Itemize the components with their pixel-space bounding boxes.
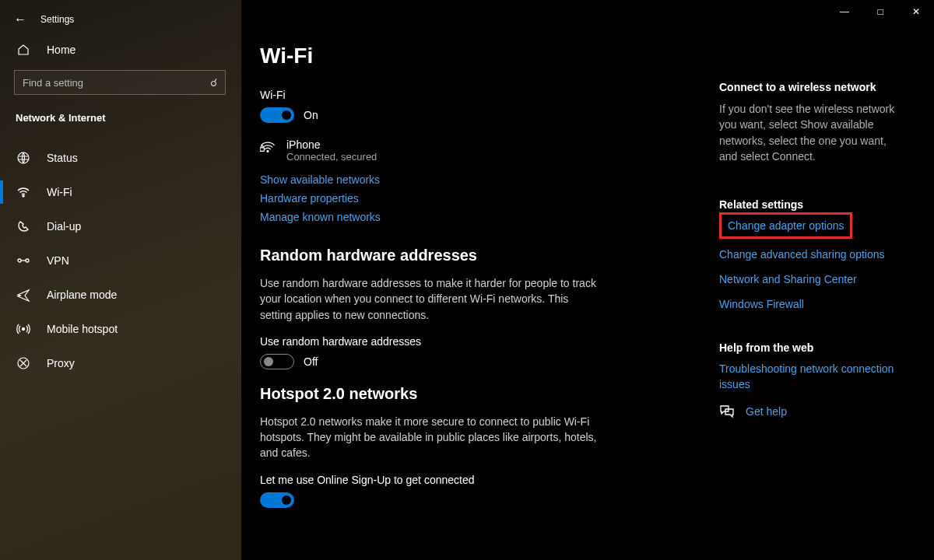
- sidebar-item-status[interactable]: Status: [0, 141, 227, 175]
- vpn-icon: [16, 255, 31, 266]
- sidebar-item-label: Wi-Fi: [47, 186, 72, 198]
- wifi-toggle[interactable]: [260, 107, 294, 123]
- connection-status: Connected, secured: [286, 151, 377, 163]
- titlebar: ← Settings: [14, 8, 227, 26]
- wifi-toggle-text: On: [304, 109, 318, 121]
- sidebar-item-label: Dial-up: [47, 220, 81, 233]
- sidebar-item-wifi[interactable]: Wi-Fi: [0, 175, 227, 209]
- network-sharing-center-link[interactable]: Network and Sharing Center: [719, 273, 903, 285]
- search-box[interactable]: ☌: [14, 70, 226, 95]
- connect-help-title: Connect to a wireless network: [719, 81, 903, 93]
- sidebar-item-label: VPN: [47, 254, 69, 267]
- maximize-button[interactable]: □: [862, 0, 898, 23]
- sidebar-item-label: Mobile hotspot: [47, 323, 118, 335]
- connection-row[interactable]: iPhone Connected, secured: [260, 138, 704, 163]
- help-web-title: Help from the web: [719, 341, 903, 354]
- close-button[interactable]: ✕: [898, 0, 934, 23]
- get-help-row[interactable]: Get help: [719, 404, 903, 418]
- chat-icon: [719, 404, 735, 418]
- wifi-icon: [16, 185, 31, 199]
- hotspot-toggle[interactable]: [260, 492, 294, 508]
- proxy-icon: [16, 356, 31, 370]
- get-help-link[interactable]: Get help: [746, 405, 787, 418]
- hotspot-toggle-label: Let me use Online Sign-Up to get connect…: [260, 474, 704, 486]
- hotspot-body: Hotspot 2.0 networks make it more secure…: [260, 414, 602, 461]
- svg-point-0: [18, 152, 29, 163]
- svg-point-2: [18, 259, 21, 262]
- minimize-button[interactable]: ―: [827, 0, 862, 23]
- content-column: Wi-Fi Wi-Fi On iPhone Connected, secured…: [260, 12, 704, 560]
- random-hw-heading: Random hardware addresses: [260, 247, 704, 264]
- hardware-properties-link[interactable]: Hardware properties: [260, 192, 704, 205]
- sidebar-item-airplane[interactable]: Airplane mode: [0, 278, 227, 312]
- sidebar-item-label: Proxy: [47, 357, 75, 369]
- random-hw-body: Use random hardware addresses to make it…: [260, 275, 602, 323]
- home-label: Home: [47, 44, 75, 56]
- svg-point-3: [26, 259, 29, 262]
- wifi-toggle-row: On: [260, 107, 704, 123]
- wifi-secured-icon: [260, 138, 276, 156]
- troubleshooting-link[interactable]: Troubleshooting network connection issue…: [719, 362, 903, 392]
- change-sharing-options-link[interactable]: Change advanced sharing options: [719, 248, 903, 261]
- manage-known-networks-link[interactable]: Manage known networks: [260, 211, 704, 223]
- highlight-annotation: Change adapter options: [719, 212, 852, 239]
- svg-point-4: [23, 328, 25, 331]
- sidebar-item-hotspot[interactable]: Mobile hotspot: [0, 312, 227, 346]
- airplane-icon: [16, 288, 31, 302]
- category-title: Network & Internet: [16, 112, 227, 124]
- main-area: ― □ ✕ Wi-Fi Wi-Fi On iPhone Connected, s…: [241, 0, 934, 560]
- sidebar-item-label: Status: [47, 152, 78, 164]
- sidebar-item-vpn[interactable]: VPN: [0, 243, 227, 278]
- svg-point-1: [23, 195, 24, 197]
- random-hw-toggle[interactable]: [260, 354, 294, 369]
- hotspot-heading: Hotspot 2.0 networks: [260, 385, 704, 403]
- sidebar-item-proxy[interactable]: Proxy: [0, 346, 227, 380]
- connect-help-body: If you don't see the wireless network yo…: [719, 101, 903, 164]
- svg-rect-7: [260, 148, 264, 152]
- windows-firewall-link[interactable]: Windows Firewall: [719, 298, 903, 310]
- back-button[interactable]: ←: [14, 12, 26, 26]
- show-networks-link[interactable]: Show available networks: [260, 173, 704, 186]
- change-adapter-options-link[interactable]: Change adapter options: [728, 219, 844, 232]
- sidebar-item-label: Airplane mode: [47, 289, 117, 301]
- wifi-section-label: Wi-Fi: [260, 89, 704, 101]
- sidebar: ← Settings Home ☌ Network & Internet Sta…: [0, 0, 241, 560]
- connection-name: iPhone: [286, 138, 377, 151]
- home-icon: [16, 44, 31, 56]
- search-icon: ☌: [210, 76, 217, 89]
- hotspot-icon: [16, 322, 31, 336]
- right-column: Connect to a wireless network If you don…: [704, 12, 934, 560]
- sidebar-item-dialup[interactable]: Dial-up: [0, 209, 227, 243]
- random-hw-toggle-text: Off: [304, 355, 318, 368]
- random-hw-toggle-label: Use random hardware addresses: [260, 335, 704, 348]
- search-input[interactable]: [23, 77, 210, 89]
- window-controls: ― □ ✕: [827, 0, 934, 23]
- home-button[interactable]: Home: [16, 44, 227, 56]
- app-title: Settings: [40, 14, 74, 25]
- dialup-icon: [16, 219, 31, 233]
- related-settings-title: Related settings: [719, 198, 903, 211]
- page-title: Wi-Fi: [260, 44, 704, 68]
- status-icon: [16, 151, 31, 165]
- svg-point-6: [267, 150, 269, 152]
